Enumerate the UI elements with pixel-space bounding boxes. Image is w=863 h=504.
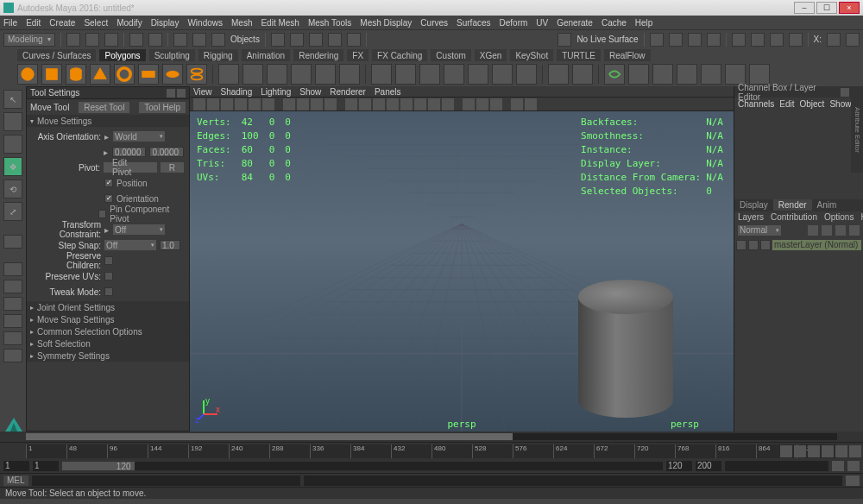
script-editor-icon[interactable]	[846, 476, 860, 486]
mode-dropdown[interactable]: Modeling	[3, 33, 55, 47]
layer-name[interactable]: masterLayer (Normal)	[772, 240, 861, 250]
poly-cone-icon[interactable]	[90, 64, 110, 85]
vp-image-plane-icon[interactable]	[235, 98, 247, 110]
menu-uv[interactable]: UV	[536, 18, 548, 28]
layer-blend-mode-select[interactable]: Normal	[738, 225, 781, 236]
ipr-icon[interactable]	[688, 33, 702, 47]
channel-menu-object[interactable]: Object	[800, 99, 825, 109]
paint-tool[interactable]	[3, 135, 22, 154]
layer-tab-render[interactable]: Render	[773, 199, 812, 211]
axis-x-input[interactable]: 0.0000	[112, 147, 147, 157]
layout3-icon[interactable]	[770, 33, 784, 47]
poly-extrude-icon[interactable]	[371, 64, 392, 85]
vp-isolate-icon[interactable]	[463, 98, 475, 110]
cylinder-mesh[interactable]	[578, 280, 673, 418]
channel-menu-show[interactable]: Show	[829, 99, 851, 109]
new-scene-icon[interactable]	[66, 33, 80, 47]
live-surface-icon[interactable]	[557, 33, 571, 47]
layer-icon-2[interactable]	[822, 225, 832, 236]
preserve-uvs-checkbox[interactable]	[104, 272, 113, 280]
sculpt5-icon[interactable]	[701, 64, 721, 85]
vp-resolution-gate-icon[interactable]	[311, 98, 323, 110]
range-end-input[interactable]: 200	[696, 461, 721, 471]
tool-help-button[interactable]: Tool Help	[139, 102, 186, 113]
preserve-children-checkbox[interactable]	[104, 256, 113, 265]
poly-disc-icon[interactable]	[162, 64, 183, 85]
shelf-tab-turtle[interactable]: TURTLE	[557, 49, 601, 61]
close-button[interactable]: ×	[839, 2, 860, 14]
step-snap-select[interactable]: Off	[104, 240, 156, 250]
vp-bookmark-icon[interactable]	[221, 98, 233, 110]
paint-select-icon[interactable]	[211, 33, 225, 47]
vp-shaded-icon[interactable]	[359, 98, 371, 110]
snap-curve-icon[interactable]	[290, 33, 304, 47]
vp-gate-mask-icon[interactable]	[324, 98, 337, 110]
layer-icon-1[interactable]	[808, 225, 818, 236]
vp-grid-icon[interactable]	[283, 98, 295, 110]
sculpt7-icon[interactable]	[749, 64, 770, 85]
open-scene-icon[interactable]	[85, 33, 99, 47]
character-set-field[interactable]	[725, 461, 828, 471]
two-pane-layout[interactable]	[3, 297, 22, 311]
menu-surfaces[interactable]: Surfaces	[457, 18, 490, 28]
step-snap-value-input[interactable]: 1.0	[160, 240, 180, 250]
layout4-icon[interactable]	[789, 33, 803, 47]
shelf-tab-polygons[interactable]: Polygons	[99, 49, 145, 61]
layout2-icon[interactable]	[751, 33, 765, 47]
shelf-tab-keyshot[interactable]: KeyShot	[510, 49, 553, 61]
layer-type-toggle[interactable]	[760, 240, 771, 250]
layer-menu-contribution[interactable]: Contribution	[771, 212, 817, 222]
axis-y-input[interactable]: 0.0000	[149, 147, 184, 157]
minimize-button[interactable]: –	[794, 2, 815, 14]
vp-wireframe-icon[interactable]	[345, 98, 357, 110]
vp-menu-show[interactable]: Show	[299, 87, 321, 97]
transform-constraint-select[interactable]: Off	[113, 224, 165, 235]
crease-icon[interactable]	[572, 64, 593, 85]
layer-menu-options[interactable]: Options	[824, 212, 854, 222]
layer-icon-4[interactable]	[849, 225, 860, 236]
move-settings-section[interactable]: Move Settings	[27, 115, 189, 127]
menu-file[interactable]: File	[3, 18, 17, 28]
poly-bridge-icon[interactable]	[395, 64, 416, 85]
menu-mesh-tools[interactable]: Mesh Tools	[308, 18, 351, 28]
play-forward-icon[interactable]	[822, 445, 834, 457]
sculpt1-icon[interactable]	[604, 64, 625, 85]
menu-select[interactable]: Select	[84, 18, 108, 28]
lasso-tool[interactable]	[3, 112, 22, 131]
channel-menu-channels[interactable]: Channels	[738, 99, 774, 109]
menu-edit[interactable]: Edit	[26, 18, 41, 28]
poly-platonic-icon[interactable]	[218, 64, 239, 85]
reset-tool-button[interactable]: Reset Tool	[79, 102, 129, 113]
layer-menu-layers[interactable]: Layers	[738, 212, 764, 222]
vp-motion-blur-icon[interactable]	[428, 98, 440, 110]
poly-sphere-icon[interactable]	[17, 64, 38, 85]
section-move-snap-settings[interactable]: Move Snap Settings	[27, 313, 189, 325]
section-symmetry-settings[interactable]: Symmetry Settings	[27, 350, 189, 362]
render-settings-icon[interactable]	[707, 33, 721, 47]
play-back-icon[interactable]	[808, 445, 820, 457]
menu-display[interactable]: Display	[151, 18, 180, 28]
menu-create[interactable]: Create	[49, 18, 75, 28]
horizontal-scrollbar[interactable]	[0, 432, 863, 442]
layer-row[interactable]: masterLayer (Normal)	[736, 239, 861, 251]
section-joint-orient-settings[interactable]: Joint Orient Settings	[27, 301, 189, 313]
target-weld-icon[interactable]	[492, 64, 513, 85]
undo-icon[interactable]	[129, 33, 143, 47]
vp-shadows-icon[interactable]	[400, 98, 413, 110]
poly-separate-icon[interactable]	[267, 64, 287, 85]
pin-pivot-checkbox[interactable]	[98, 210, 106, 218]
menu-modify[interactable]: Modify	[117, 18, 142, 28]
menu-windows[interactable]: Windows	[187, 18, 223, 28]
select-tool[interactable]: ↖	[3, 90, 22, 109]
outliner-layout[interactable]	[3, 349, 22, 362]
menu-mesh-display[interactable]: Mesh Display	[360, 18, 412, 28]
shelf-tab-rigging[interactable]: Rigging	[198, 49, 238, 61]
shelf-tab-sculpting[interactable]: Sculpting	[149, 49, 195, 61]
shelf-tab-animation[interactable]: Animation	[242, 49, 290, 61]
vp-aa-icon[interactable]	[442, 98, 454, 110]
auto-key-toggle[interactable]	[832, 461, 844, 471]
step-back-icon[interactable]	[794, 445, 806, 457]
redo-icon[interactable]	[148, 33, 162, 47]
quad-draw-icon[interactable]	[548, 64, 569, 85]
layer-visibility-toggle[interactable]	[736, 240, 746, 250]
